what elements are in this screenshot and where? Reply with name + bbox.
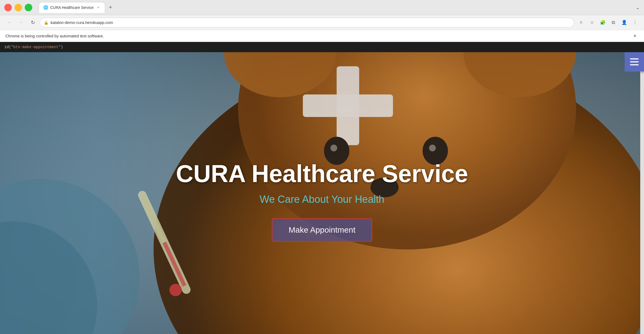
window-close-button[interactable] — [4, 4, 12, 11]
forward-button[interactable]: → — [16, 18, 26, 27]
omnibar-actions: ⎏ ☆ 🧩 ⧉ 👤 ⋮ — [576, 18, 640, 27]
bookmark-button[interactable]: ☆ — [587, 18, 597, 27]
hamburger-icon — [630, 58, 639, 65]
make-appointment-button[interactable]: Make Appointment — [272, 218, 372, 242]
back-button[interactable]: ← — [4, 18, 14, 27]
extension-button[interactable]: 🧩 — [598, 18, 607, 27]
scrollbar-track[interactable] — [640, 52, 644, 334]
sidebar-button[interactable]: ⧉ — [609, 18, 618, 27]
devtools-code-snippet: id("btn-make-appointment") — [4, 45, 63, 49]
window-maximize-button[interactable] — [25, 4, 32, 11]
new-tab-button[interactable]: + — [106, 3, 115, 12]
tab-bar: 🌐 CURA Healthcare Service × + — [39, 2, 632, 13]
share-button[interactable]: ⎏ — [576, 18, 586, 27]
reload-button[interactable]: ↻ — [28, 18, 38, 27]
lock-icon: 🔒 — [44, 20, 48, 25]
window-minimize-button[interactable] — [15, 4, 22, 11]
hamburger-menu-button[interactable] — [625, 52, 644, 72]
hero-section: CURA Healthcare Service We Care About Yo… — [0, 52, 644, 334]
omnibar-row: ← → ↻ 🔒 katalon-demo-cura.herokuapp.com … — [0, 15, 644, 30]
active-tab[interactable]: 🌐 CURA Healthcare Service × — [39, 2, 105, 13]
title-bar: 🌐 CURA Healthcare Service × + ⌄ — [0, 0, 644, 15]
tab-favicon-icon: 🌐 — [43, 5, 48, 10]
browser-menu-icon[interactable]: ⌄ — [636, 5, 640, 10]
browser-frame: 🌐 CURA Healthcare Service × + ⌄ ← → ↻ 🔒 … — [0, 0, 644, 334]
hamburger-line-3 — [630, 64, 639, 65]
svg-rect-9 — [303, 94, 393, 117]
browser-menu-button[interactable]: ⋮ — [630, 18, 640, 27]
hero-title: CURA Healthcare Service — [176, 161, 468, 187]
tab-title: CURA Healthcare Service — [50, 5, 94, 10]
hamburger-line-2 — [630, 61, 639, 62]
automation-banner-close-button[interactable]: × — [631, 32, 639, 40]
url-text: katalon-demo-cura.herokuapp.com — [51, 20, 570, 25]
tab-close-button[interactable]: × — [96, 5, 101, 10]
automation-banner-text: Chrome is being controlled by automated … — [5, 34, 104, 38]
automation-banner: Chrome is being controlled by automated … — [0, 30, 644, 42]
hero-content: CURA Healthcare Service We Care About Yo… — [165, 150, 479, 253]
hamburger-line-1 — [630, 58, 639, 59]
window-controls — [4, 4, 32, 11]
address-bar[interactable]: 🔒 katalon-demo-cura.herokuapp.com — [40, 18, 574, 27]
profile-button[interactable]: 👤 — [619, 18, 629, 27]
devtools-bar: id("btn-make-appointment") — [0, 42, 644, 52]
hero-subtitle: We Care About Your Health — [176, 194, 468, 205]
